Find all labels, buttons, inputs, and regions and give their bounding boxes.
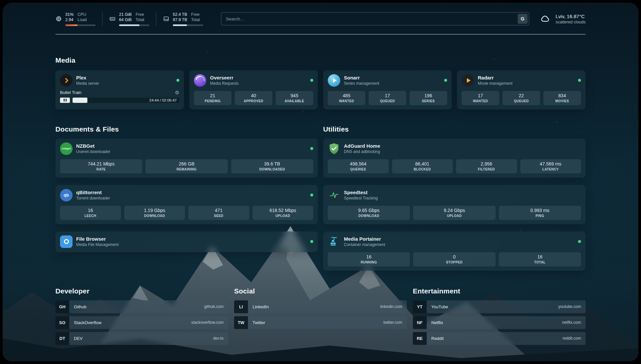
stat-value: 945: [276, 93, 313, 98]
link-stackoverflow[interactable]: SO StackOverflow stackoverflow.com: [55, 316, 228, 329]
stat-value: 471: [189, 208, 249, 213]
stat-value: 485: [328, 93, 365, 98]
search-input[interactable]: [221, 12, 529, 25]
app-card-qbittorrent[interactable]: qb qBittorrent Torrent downloader 16 LEE…: [55, 185, 318, 224]
cpu-progress-bar: [65, 24, 96, 26]
disk-total-label: Total: [191, 17, 200, 22]
cpu-label: CPU: [77, 12, 87, 17]
adguard-icon: [328, 142, 340, 155]
stat-queued: 17 QUEUED: [369, 91, 406, 105]
link-linkedin[interactable]: LI LinkedIn linkedin.com: [234, 300, 407, 313]
app-name: Media Portainer: [344, 236, 385, 242]
stat-label: SERIES: [410, 99, 446, 103]
link-netflix[interactable]: NF Netflix netflix.com: [413, 316, 586, 329]
header-divider: [55, 34, 586, 35]
dev-badge: DT: [55, 332, 69, 345]
stat-upload: 9.24 Gbps UPLOAD: [413, 206, 495, 220]
cpu-icon: [55, 15, 62, 22]
stat-value: 9.65 Gbps: [328, 208, 409, 213]
app-name: AdGuard Home: [344, 143, 380, 149]
stat-queued: 22 QUEUED: [503, 91, 540, 105]
link-dev[interactable]: DT DEV dev.to: [55, 332, 228, 345]
app-name: qBittorrent: [76, 190, 110, 195]
gear-icon[interactable]: ⚙: [175, 90, 179, 95]
github-badge: GH: [55, 300, 69, 313]
stat-value: 266 GB: [146, 161, 227, 167]
stat-label: WANTED: [328, 99, 365, 103]
stat-label: UPLOAD: [253, 214, 313, 218]
status-dot: [310, 79, 313, 82]
stat-download: 9.65 Gbps DOWNLOAD: [328, 206, 410, 220]
link-twitter[interactable]: TW Twitter twitter.com: [234, 316, 407, 329]
stat-value: 21: [195, 93, 231, 98]
stat-series: 196 SERIES: [410, 91, 447, 105]
app-name: Speedtest: [344, 190, 378, 195]
now-playing-title: Bullet Train: [60, 90, 81, 95]
stat-filtered: 2,956 FILTERED: [456, 159, 517, 173]
link-reddit[interactable]: RE Reddit reddit.com: [413, 332, 586, 345]
status-dot: [310, 240, 313, 243]
app-card-sonarr[interactable]: Sonarr Series management 485 WANTED 17 Q…: [323, 70, 452, 109]
app-card-plex[interactable]: Plex Media server Bullet Train ⚙ 24:: [55, 70, 184, 109]
ram-free-label: Free: [136, 12, 144, 17]
playback-time: 24:44 / 02:06:47: [149, 98, 177, 103]
dashboard-screen: 31% 2.94 CPU Load: [3, 3, 638, 361]
stat-value: 86,401: [393, 161, 452, 167]
app-description: Media File Management: [76, 242, 119, 247]
app-name: Overseerr: [210, 75, 239, 80]
stat-label: AVAILABLE: [276, 99, 313, 103]
app-description: Media Requests: [210, 81, 239, 86]
app-card-overseerr[interactable]: Overseerr Media Requests 21 PENDING 40 A…: [189, 70, 318, 109]
link-url: youtube.com: [558, 304, 581, 309]
section-title-developer: Developer: [55, 287, 228, 295]
stat-total: 16 TOTAL: [499, 252, 581, 266]
stat-upload: 618.52 Mbps UPLOAD: [253, 206, 314, 220]
stat-label: LATENCY: [521, 167, 581, 171]
stat-value: 39.6 TB: [232, 161, 313, 167]
app-description: Series management: [344, 81, 379, 86]
section-title-media: Media: [55, 56, 586, 64]
stat-value: 17: [369, 93, 406, 98]
link-label: Github: [74, 304, 86, 309]
disk-progress-bar: [173, 24, 203, 26]
search-engine-button[interactable]: G: [518, 14, 528, 24]
pause-button[interactable]: [60, 98, 70, 103]
link-label: DEV: [74, 336, 83, 341]
app-name: File Browser: [76, 236, 119, 242]
weather-widget[interactable]: Lviv, 16.87°C scattered clouds: [539, 14, 586, 24]
stat-pending: 21 PENDING: [194, 91, 231, 105]
stat-label: SEED: [189, 214, 249, 218]
link-url: twitter.com: [383, 320, 402, 325]
stat-wanted: 17 WANTED: [462, 91, 499, 105]
stat-downloaded: 39.6 TB DOWNLOADED: [231, 159, 313, 173]
app-card-nzbget[interactable]: nzbget NZBGet Usenet downloader 744.21 M…: [55, 138, 318, 178]
plex-icon: [60, 74, 73, 87]
app-card-speedtest[interactable]: Speedtest Speedtest Tracking 9.65 Gbps D…: [323, 185, 586, 224]
weather-condition: scattered clouds: [556, 20, 586, 24]
ram-total-value: 64 GiB: [119, 17, 132, 22]
app-name: Plex: [76, 75, 99, 80]
playback-progress-bar[interactable]: 24:44 / 02:06:47: [73, 98, 179, 103]
linkedin-badge: LI: [234, 300, 248, 313]
status-dot: [578, 240, 581, 243]
section-title-social: Social: [234, 287, 407, 295]
stat-value: 2,956: [457, 161, 516, 167]
app-card-filebrowser[interactable]: File Browser Media File Management: [55, 231, 318, 252]
overseerr-icon: [194, 74, 206, 87]
app-card-portainer[interactable]: Media Portainer Container management 16 …: [323, 231, 586, 271]
app-card-radarr[interactable]: Radarr Movie management 17 WANTED 22 QUE…: [457, 70, 586, 109]
cpu-load-value: 2.94: [65, 17, 74, 22]
stat-label: RATE: [61, 167, 141, 171]
stat-value: 498,564: [328, 161, 388, 167]
link-youtube[interactable]: YT YouTube youtube.com: [413, 300, 586, 313]
topbar: 31% 2.94 CPU Load: [55, 12, 586, 26]
stat-queries: 498,564 QUERIES: [328, 159, 389, 173]
status-dot: [578, 79, 581, 82]
stat-label: UPLOAD: [414, 214, 495, 218]
link-github[interactable]: GH Github github.com: [55, 300, 228, 313]
stat-value: 1.19 Gbps: [125, 208, 185, 213]
app-card-adguard[interactable]: AdGuard Home DNS and adblocking 498,564 …: [323, 138, 586, 178]
netflix-badge: NF: [413, 316, 427, 329]
media-card-grid: Plex Media server Bullet Train ⚙ 24:: [55, 70, 586, 109]
stat-wanted: 485 WANTED: [328, 91, 365, 105]
